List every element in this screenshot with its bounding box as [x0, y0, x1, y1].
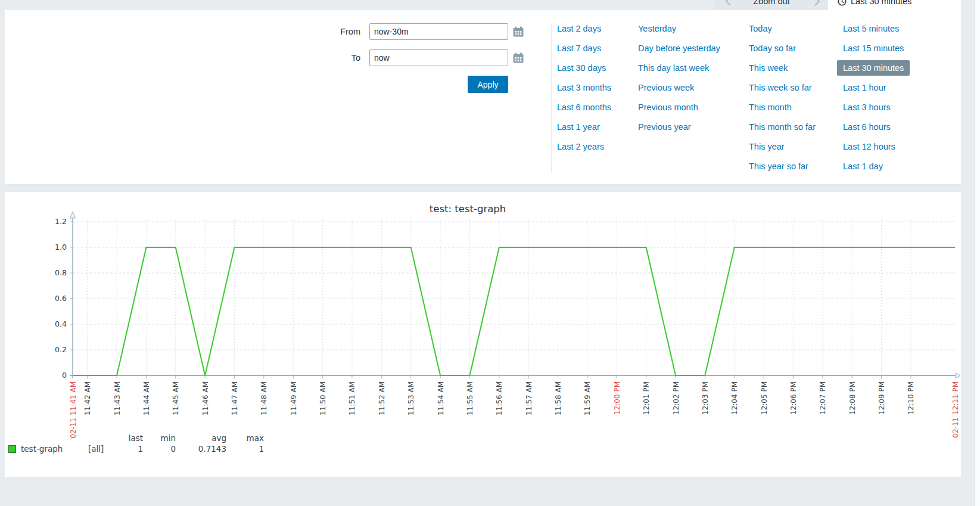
svg-text:12:03 PM: 12:03 PM [701, 381, 710, 415]
legend-series-scope: [all] [88, 444, 104, 454]
quick-range-link[interactable]: Last 2 years [557, 141, 604, 153]
quick-range-link-selected[interactable]: Last 30 minutes [837, 60, 910, 76]
quick-range-link[interactable]: Day before yesterday [638, 42, 720, 54]
svg-text:11:54 AM: 11:54 AM [437, 381, 445, 415]
from-label: From [318, 27, 360, 36]
legend-header-last: last [106, 433, 143, 443]
top-toolbar: Zoom out Last 30 minutes [0, 0, 980, 10]
quick-range-link[interactable]: Last 30 days [557, 62, 606, 74]
legend-header-min: min [149, 433, 176, 443]
svg-text:12:00 PM: 12:00 PM [613, 381, 621, 415]
svg-text:11:59 AM: 11:59 AM [583, 381, 592, 415]
svg-text:11:47 AM: 11:47 AM [231, 381, 239, 415]
quick-range-link[interactable]: Last 15 minutes [843, 42, 904, 54]
quick-range-link[interactable]: Previous year [638, 121, 691, 133]
svg-text:0.2: 0.2 [55, 345, 67, 354]
chevron-left-icon [725, 0, 732, 7]
quick-range-link[interactable]: Last 6 months [557, 101, 611, 113]
svg-text:test: test-graph: test: test-graph [430, 203, 506, 215]
from-input[interactable] [369, 23, 508, 40]
svg-text:11:58 AM: 11:58 AM [554, 381, 562, 415]
quick-range-link[interactable]: Previous month [638, 101, 698, 113]
svg-text:11:42 AM: 11:42 AM [83, 381, 92, 415]
time-range-tab-label: Last 30 minutes [851, 0, 911, 6]
chevron-right-icon [814, 0, 820, 7]
zabbix-page: Zoom out Last 30 minutes From [0, 0, 980, 506]
chart-legend: last min avg max test-graph [all] 1 0 0.… [5, 430, 961, 472]
svg-text:12:04 PM: 12:04 PM [730, 381, 739, 415]
svg-text:0.6: 0.6 [55, 294, 67, 303]
svg-text:12:05 PM: 12:05 PM [760, 381, 769, 415]
quick-range-link[interactable]: Last 1 year [557, 121, 600, 133]
quick-range-link[interactable]: Last 2 days [557, 23, 601, 35]
legend-color-swatch [8, 445, 16, 453]
svg-text:0.8: 0.8 [55, 268, 67, 277]
zoom-out-button[interactable]: Zoom out [753, 0, 789, 6]
legend-header-max: max [232, 433, 264, 443]
quick-range-link[interactable]: This month so far [749, 121, 816, 133]
time-range-tab[interactable]: Last 30 minutes [828, 0, 961, 10]
quick-range-link[interactable]: Last 5 minutes [843, 23, 899, 35]
svg-text:12:10 PM: 12:10 PM [907, 381, 915, 415]
svg-text:0.4: 0.4 [55, 319, 67, 328]
clock-icon [838, 0, 847, 6]
svg-text:11:50 AM: 11:50 AM [319, 381, 327, 415]
svg-text:12:07 PM: 12:07 PM [819, 381, 827, 415]
scrollbar[interactable] [975, 0, 980, 506]
calendar-icon [512, 52, 524, 64]
quick-range-link[interactable]: Last 1 day [843, 160, 883, 172]
time-filter-panel: From To [5, 10, 961, 185]
shift-time-right-button[interactable] [814, 0, 822, 7]
svg-text:0: 0 [62, 371, 67, 380]
svg-text:12:09 PM: 12:09 PM [878, 381, 886, 415]
svg-text:02-11 12:11 PM: 02-11 12:11 PM [951, 381, 960, 438]
to-label: To [318, 53, 360, 63]
chart-panel: test: test-graph00.20.40.60.81.01.211:42… [5, 192, 961, 477]
legend-header-avg: avg [182, 433, 226, 443]
svg-text:11:57 AM: 11:57 AM [525, 381, 533, 415]
quick-range-link[interactable]: This year [749, 141, 785, 153]
svg-text:1.2: 1.2 [55, 217, 67, 226]
svg-text:11:48 AM: 11:48 AM [260, 381, 268, 415]
quick-range-link[interactable]: Today so far [749, 42, 796, 54]
quick-range-link[interactable]: This year so far [749, 160, 808, 172]
quick-range-link[interactable]: Last 3 hours [843, 101, 891, 113]
svg-text:11:51 AM: 11:51 AM [348, 381, 356, 415]
quick-range-link[interactable]: Previous week [638, 82, 694, 94]
quick-ranges: Last 2 daysLast 7 daysLast 30 daysLast 3… [557, 23, 962, 172]
quick-range-link[interactable]: This week so far [749, 82, 812, 94]
svg-text:11:49 AM: 11:49 AM [290, 381, 298, 415]
legend-value-min: 0 [149, 444, 176, 454]
quick-range-link[interactable]: Today [749, 23, 772, 35]
quick-range-link[interactable]: Yesterday [638, 23, 676, 35]
quick-range-link[interactable]: Last 7 days [557, 42, 601, 54]
from-calendar-button[interactable] [512, 26, 524, 38]
to-input[interactable] [369, 49, 508, 66]
svg-text:12:02 PM: 12:02 PM [672, 381, 680, 415]
legend-series-name: test-graph [21, 444, 63, 454]
svg-text:11:56 AM: 11:56 AM [495, 381, 503, 415]
legend-value-avg: 0.7143 [182, 444, 226, 454]
zoom-control-group: Zoom out [715, 0, 828, 10]
to-calendar-button[interactable] [512, 52, 524, 64]
legend-value-last: 1 [106, 444, 143, 454]
apply-button[interactable]: Apply [468, 76, 508, 93]
svg-text:11:55 AM: 11:55 AM [466, 381, 474, 415]
svg-text:11:52 AM: 11:52 AM [378, 381, 386, 415]
svg-text:12:01 PM: 12:01 PM [642, 381, 651, 415]
quick-range-link[interactable]: Last 6 hours [843, 121, 891, 133]
quick-range-link[interactable]: Last 1 hour [843, 82, 886, 94]
quick-range-link[interactable]: This month [749, 101, 792, 113]
quick-range-link[interactable]: Last 12 hours [843, 141, 895, 153]
time-series-chart[interactable]: test: test-graph00.20.40.60.81.01.211:42… [5, 192, 961, 442]
svg-text:11:53 AM: 11:53 AM [407, 381, 415, 415]
shift-time-left-button[interactable] [725, 0, 733, 7]
quick-range-link[interactable]: This day last week [638, 62, 709, 74]
svg-text:12:06 PM: 12:06 PM [789, 381, 798, 415]
quick-range-link[interactable]: Last 3 months [557, 82, 611, 94]
svg-text:1.0: 1.0 [55, 243, 67, 252]
legend-value-max: 1 [232, 444, 264, 454]
quick-range-link[interactable]: This week [749, 62, 788, 74]
svg-text:11:46 AM: 11:46 AM [201, 381, 210, 415]
divider [551, 24, 552, 172]
